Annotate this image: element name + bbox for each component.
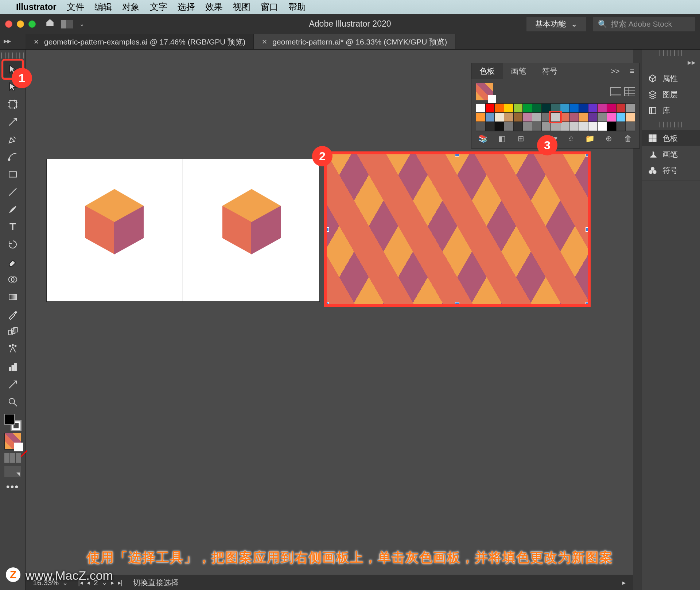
swatch[interactable] xyxy=(598,104,607,112)
swatch[interactable] xyxy=(560,104,569,112)
swatch[interactable] xyxy=(617,113,626,122)
status-menu-icon[interactable]: ▸ xyxy=(622,579,626,587)
swatch[interactable] xyxy=(495,104,504,112)
thumbnail-view-icon[interactable] xyxy=(624,87,635,96)
swatch[interactable] xyxy=(514,104,523,112)
home-icon[interactable] xyxy=(45,18,55,30)
arrange-documents-icon[interactable] xyxy=(61,20,73,28)
swatch[interactable] xyxy=(588,104,598,112)
swatch[interactable] xyxy=(486,122,495,131)
swatches-panel-tab[interactable]: 色板 xyxy=(642,130,700,146)
symbol-sprayer-tool[interactable] xyxy=(4,342,22,358)
swatch[interactable] xyxy=(514,113,523,122)
swatch[interactable] xyxy=(523,122,532,131)
delete-swatch-icon[interactable]: 🗑 xyxy=(623,134,633,143)
swatch[interactable] xyxy=(532,122,541,131)
swatch[interactable] xyxy=(626,122,635,131)
menu-select[interactable]: 选择 xyxy=(178,1,195,13)
artboard-tool[interactable] xyxy=(4,96,22,112)
close-window[interactable] xyxy=(5,20,12,28)
list-view-icon[interactable] xyxy=(610,87,621,96)
workspace-switcher[interactable]: 基本功能 ⌄ xyxy=(526,17,586,31)
swatch[interactable] xyxy=(486,104,495,112)
swatch[interactable] xyxy=(607,113,616,122)
close-tab-icon[interactable]: ✕ xyxy=(34,38,39,46)
swatch[interactable] xyxy=(579,122,588,131)
zoom-tool[interactable] xyxy=(4,394,22,410)
menu-file[interactable]: 文件 xyxy=(67,1,84,13)
cube-artwork[interactable] xyxy=(85,189,144,255)
swatch[interactable] xyxy=(504,122,513,131)
brushes-tab[interactable]: 画笔 xyxy=(503,63,534,79)
close-tab-icon[interactable]: ✕ xyxy=(262,38,267,46)
menu-effect[interactable]: 效果 xyxy=(205,1,223,13)
rotate-tool[interactable] xyxy=(4,236,22,252)
column-graph-tool[interactable] xyxy=(4,359,22,375)
blend-tool[interactable] xyxy=(4,324,22,340)
menu-help[interactable]: 帮助 xyxy=(288,1,306,13)
swatch[interactable] xyxy=(588,122,598,131)
swatch[interactable] xyxy=(551,122,560,131)
swatch[interactable] xyxy=(551,104,560,112)
minimize-window[interactable] xyxy=(17,20,24,28)
symbols-tab[interactable]: 符号 xyxy=(534,63,565,79)
new-swatch-icon[interactable]: ⊕ xyxy=(604,134,614,143)
expand-panels-icon[interactable]: ▸▸ xyxy=(4,36,11,45)
brushes-panel-tab[interactable]: 画笔 xyxy=(642,146,700,162)
document-tab[interactable]: ✕ geometric-pattern-examples.ai @ 17.46%… xyxy=(26,34,254,49)
type-tool[interactable] xyxy=(4,219,22,235)
search-stock-field[interactable]: 🔍 搜索 Adobe Stock xyxy=(593,17,695,31)
swatch[interactable] xyxy=(542,104,551,112)
eyedropper-tool[interactable] xyxy=(4,306,22,323)
break-link-icon[interactable]: ⎌ xyxy=(566,134,576,143)
menu-type[interactable]: 文字 xyxy=(150,1,167,13)
swatch[interactable] xyxy=(504,113,513,122)
swatch[interactable] xyxy=(551,113,560,122)
anchor-point-tool[interactable] xyxy=(4,114,22,130)
new-folder-icon[interactable]: 📁 xyxy=(585,134,595,143)
collapse-panels-icon[interactable]: ▸▸ xyxy=(642,57,700,68)
swatch[interactable] xyxy=(607,104,616,112)
shape-builder-tool[interactable] xyxy=(4,271,22,288)
swatch[interactable] xyxy=(607,122,616,131)
properties-panel-tab[interactable]: 属性 xyxy=(642,70,700,86)
pen-tool[interactable] xyxy=(4,131,22,147)
fill-pattern-swatch[interactable] xyxy=(4,433,21,450)
swatch[interactable] xyxy=(476,104,485,112)
panel-expand-icon[interactable]: >> xyxy=(606,67,625,76)
swatch-libraries-icon[interactable]: 📚 xyxy=(478,134,488,143)
swatch[interactable] xyxy=(588,113,598,122)
paintbrush-tool[interactable] xyxy=(4,201,22,217)
swatch[interactable] xyxy=(569,104,579,112)
swatch[interactable] xyxy=(617,122,626,131)
edit-toolbar-icon[interactable]: ••• xyxy=(6,481,19,493)
swatch[interactable] xyxy=(560,113,569,122)
swatch[interactable] xyxy=(504,104,513,112)
eraser-tool[interactable] xyxy=(4,254,22,270)
screen-mode-button[interactable] xyxy=(4,466,21,477)
drawing-modes[interactable] xyxy=(4,453,21,463)
fill-stroke-control[interactable] xyxy=(4,414,22,431)
swatch[interactable] xyxy=(560,122,569,131)
swatch[interactable] xyxy=(579,104,588,112)
slice-tool[interactable] xyxy=(4,377,22,393)
swatch[interactable] xyxy=(626,104,635,112)
curvature-tool[interactable] xyxy=(4,149,22,165)
swatch[interactable] xyxy=(542,122,551,131)
swatch[interactable] xyxy=(486,113,495,122)
symbols-panel-tab[interactable]: 符号 xyxy=(642,162,700,178)
swatch[interactable] xyxy=(626,113,635,122)
libraries-panel-tab[interactable]: 库 xyxy=(642,103,700,119)
swatch[interactable] xyxy=(514,122,523,131)
panel-menu-icon[interactable]: ≡ xyxy=(625,67,639,76)
swatch[interactable] xyxy=(495,113,504,122)
swatch[interactable] xyxy=(542,113,551,122)
zoom-window[interactable] xyxy=(28,20,36,28)
swatch[interactable] xyxy=(476,122,485,131)
panel-gripper-icon[interactable]: ┃┃┃┃┃┃┃ xyxy=(642,121,700,128)
swatch[interactable] xyxy=(617,104,626,112)
artboard-selected[interactable] xyxy=(326,154,588,305)
menu-object[interactable]: 对象 xyxy=(122,1,140,13)
cube-artwork[interactable] xyxy=(222,189,281,255)
rectangle-tool[interactable] xyxy=(4,166,22,182)
